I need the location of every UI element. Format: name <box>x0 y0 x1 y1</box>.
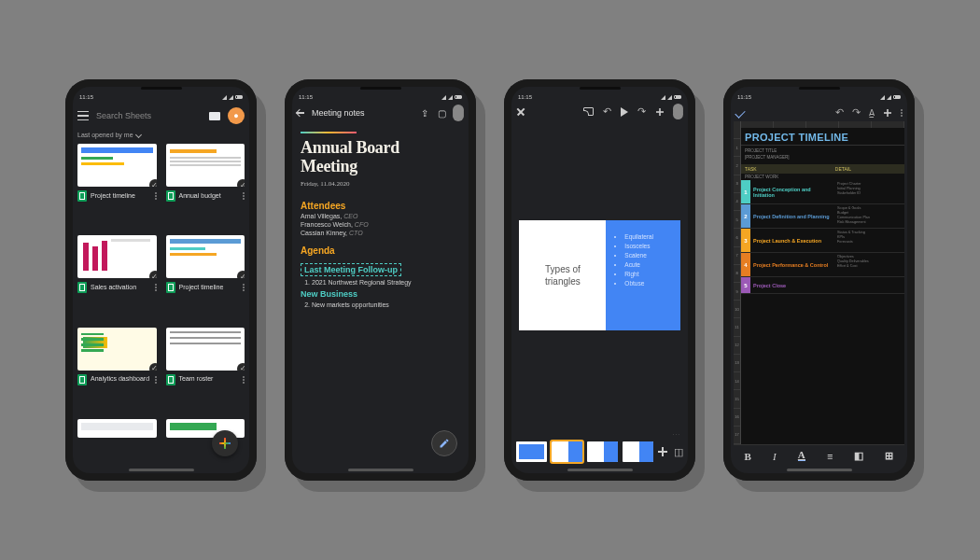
offline-icon: ✓ <box>149 363 157 371</box>
spreadsheet-canvas[interactable]: 1234567891011121314151617 PROJECT TIMELI… <box>734 121 904 444</box>
add-icon[interactable] <box>884 109 891 117</box>
offline-icon: ✓ <box>149 271 157 278</box>
app-bar: ↶ ↷ A̲ <box>734 102 904 121</box>
status-bar: 11:15 <box>734 92 904 102</box>
format-icon[interactable]: A̲ <box>869 108 875 118</box>
document-name: Project timeline <box>179 284 240 291</box>
app-bar: Search Sheets ● <box>76 102 246 132</box>
table-row[interactable]: 5Project Close <box>741 277 904 294</box>
borders-button[interactable]: ⊞ <box>885 450 893 462</box>
home-indicator[interactable] <box>348 469 413 471</box>
document-canvas[interactable]: Annual Board Meeting Friday, 11.04.2020 … <box>295 124 466 464</box>
more-icon[interactable] <box>673 106 683 117</box>
stage: 11:15 Search Sheets ● Last opened by me … <box>0 0 980 560</box>
present-icon[interactable] <box>621 107 628 117</box>
menu-icon[interactable] <box>77 111 89 120</box>
more-icon[interactable] <box>453 107 464 119</box>
accent-divider <box>301 132 357 133</box>
bullet-item: Acute <box>624 261 670 268</box>
more-icon[interactable] <box>155 379 157 381</box>
home-indicator[interactable] <box>567 469 633 471</box>
sheet-title-cell[interactable]: PROJECT TIMELINE <box>741 128 904 146</box>
document-tile[interactable]: ✓ Project timeline <box>166 235 245 319</box>
sheets-icon <box>166 190 175 202</box>
share-icon[interactable]: ⇪ <box>419 107 430 119</box>
cells-area[interactable]: PROJECT TIMELINE PROJECT TITLE [PROJECT … <box>741 121 904 444</box>
text-color-button[interactable]: A <box>798 451 805 461</box>
more-icon[interactable] <box>243 195 245 197</box>
add-icon[interactable] <box>656 108 664 116</box>
attendee-line: Amal Villegas, CEO <box>301 213 460 219</box>
edit-fab[interactable] <box>431 430 457 456</box>
document-tile[interactable]: ✓ Project timeline <box>77 144 157 228</box>
table-row[interactable]: 4Project Performance & ControlObjectives… <box>741 253 904 277</box>
offline-icon: ✓ <box>237 179 245 187</box>
more-icon[interactable] <box>901 112 903 114</box>
heading-1: Annual Board <box>301 139 460 158</box>
slide-canvas[interactable]: Types of triangles Equilateral Isosceles… <box>514 121 685 428</box>
redo-icon[interactable]: ↷ <box>852 106 861 119</box>
undo-icon[interactable]: ↶ <box>835 106 844 119</box>
more-icon[interactable] <box>243 287 245 288</box>
close-icon[interactable] <box>516 107 525 117</box>
document-name: Team roster <box>179 375 240 383</box>
slide-thumbnail[interactable] <box>552 441 582 462</box>
slide-thumbnail[interactable] <box>516 441 547 462</box>
redo-icon[interactable]: ↷ <box>637 106 647 117</box>
more-icon[interactable] <box>243 379 245 381</box>
home-indicator[interactable] <box>129 469 194 471</box>
bullet-item: Obtuse <box>624 280 670 287</box>
column-subheader: PROJECT WORK <box>741 174 904 180</box>
more-icon[interactable] <box>155 195 157 197</box>
row-headers[interactable]: 1234567891011121314151617 <box>734 121 741 444</box>
heading-1: Meeting <box>301 158 460 176</box>
table-row[interactable]: 1Project Conception and InitiationProjec… <box>741 180 904 204</box>
slide-thumbnail[interactable] <box>587 441 618 462</box>
fill-color-button[interactable]: ◧ <box>854 450 863 462</box>
add-slide-icon[interactable] <box>658 447 667 456</box>
more-icon[interactable] <box>155 287 157 288</box>
meta-cells[interactable]: PROJECT TITLE [PROJECT MANAGER] <box>741 146 904 164</box>
section-heading: Attendees <box>301 201 460 211</box>
document-tile[interactable]: ✓ Sales activation <box>77 235 157 319</box>
folder-icon[interactable] <box>209 112 220 120</box>
attendee-line: Cassian Kinney, CTO <box>301 230 460 236</box>
status-bar: 11:15 <box>295 92 466 102</box>
document-date: Friday, 11.04.2020 <box>301 180 460 188</box>
document-tile[interactable] <box>77 419 157 464</box>
layout-icon[interactable]: ◫ <box>673 447 683 457</box>
pencil-icon <box>439 438 450 449</box>
slide-title-box[interactable]: Types of triangles <box>519 220 606 330</box>
sort-filter[interactable]: Last opened by me <box>76 132 246 144</box>
bullet-item: Scalene <box>624 252 670 259</box>
search-input[interactable]: Search Sheets <box>96 111 202 120</box>
plus-icon <box>219 438 231 449</box>
table-row[interactable]: 2Project Definition and PlanningScope & … <box>741 204 904 229</box>
document-tile[interactable]: ✓ Analytics dashboard <box>77 328 157 412</box>
phone-slides-editor: 11:15 ↶ ↷ Types of triangles Equilateral <box>504 79 695 481</box>
undo-icon[interactable]: ↶ <box>602 106 612 117</box>
phone-sheets-list: 11:15 Search Sheets ● Last opened by me … <box>65 79 257 481</box>
done-icon[interactable] <box>735 107 745 118</box>
phone-sheets-editor: 11:15 ↶ ↷ A̲ 1234567891011121314151617 P… <box>723 79 915 481</box>
document-title[interactable]: Meeting notes <box>312 108 413 118</box>
table-row[interactable]: 3Project Launch & ExecutionStatus & Trac… <box>741 229 904 253</box>
column-headers[interactable] <box>741 121 904 128</box>
comment-icon[interactable]: ▢ <box>436 107 447 119</box>
new-document-fab[interactable] <box>212 430 238 456</box>
document-tile[interactable]: ✓ Annual budget <box>166 144 245 228</box>
cast-icon[interactable] <box>583 107 594 116</box>
slide-content-box[interactable]: Equilateral Isosceles Scalene Acute Righ… <box>606 220 679 330</box>
back-icon[interactable] <box>297 108 306 118</box>
slide-thumbnail[interactable] <box>623 441 653 462</box>
account-avatar[interactable]: ● <box>228 107 245 124</box>
speaker-notes-handle[interactable]: . . . <box>514 428 685 438</box>
align-button[interactable]: ≡ <box>827 451 833 462</box>
current-slide[interactable]: Types of triangles Equilateral Isosceles… <box>519 220 679 330</box>
bold-button[interactable]: B <box>745 451 751 462</box>
home-indicator[interactable] <box>787 469 852 471</box>
italic-button[interactable]: I <box>773 451 777 462</box>
status-time: 11:15 <box>79 94 93 100</box>
table-header-row[interactable]: TASK DETAIL <box>741 164 904 174</box>
document-tile[interactable]: ✓ Team roster <box>166 328 245 412</box>
